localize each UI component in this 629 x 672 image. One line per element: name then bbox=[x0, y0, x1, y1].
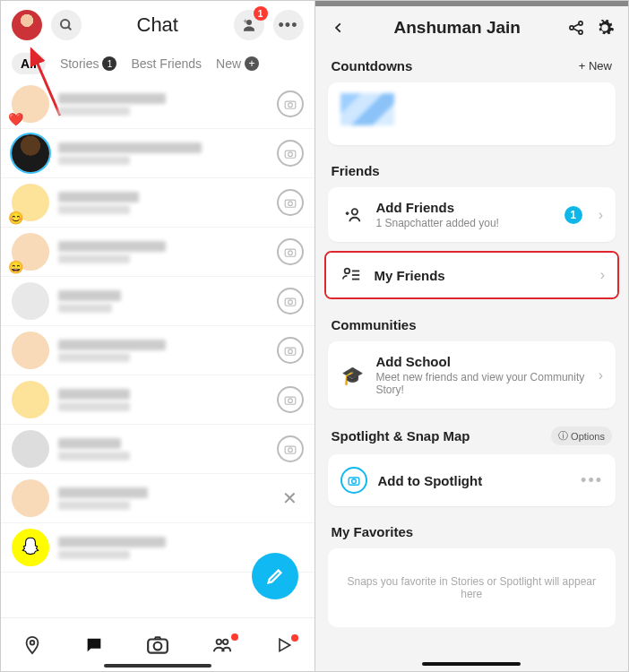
chat-row[interactable]: 😄 bbox=[1, 228, 314, 277]
more-icon[interactable]: ••• bbox=[581, 471, 603, 490]
chat-avatar: 😄 bbox=[12, 233, 49, 271]
nav-chat[interactable] bbox=[84, 635, 104, 655]
svg-line-1 bbox=[68, 27, 71, 30]
chat-icon bbox=[84, 635, 104, 655]
notification-dot bbox=[291, 634, 298, 642]
play-icon bbox=[275, 636, 293, 654]
profile-screen: Anshuman Jain Countdowns + New Friends bbox=[315, 1, 629, 671]
filter-stories[interactable]: Stories 1 bbox=[60, 56, 117, 71]
search-button[interactable] bbox=[51, 10, 82, 40]
snap-camera-button[interactable] bbox=[277, 288, 304, 314]
back-button[interactable] bbox=[328, 17, 349, 39]
my-friends-row[interactable]: My Friends › bbox=[326, 253, 618, 297]
nav-map[interactable] bbox=[22, 635, 42, 655]
chat-row[interactable]: ✕ bbox=[1, 474, 314, 523]
home-indicator bbox=[422, 662, 521, 666]
nav-spotlight[interactable] bbox=[275, 636, 293, 654]
favorites-empty-state: Snaps you favorite in Stories or Spotlig… bbox=[328, 548, 616, 627]
search-icon bbox=[59, 18, 73, 32]
filter-row: All Stories 1 Best Friends New + bbox=[1, 46, 314, 80]
page-title: Chat bbox=[90, 13, 225, 37]
new-countdown-button[interactable]: + New bbox=[579, 59, 612, 73]
svg-text:+: + bbox=[243, 17, 247, 26]
camera-icon bbox=[284, 148, 297, 159]
bottom-nav bbox=[1, 617, 314, 671]
more-button[interactable]: ••• bbox=[273, 10, 304, 40]
profile-header: Anshuman Jain bbox=[315, 6, 629, 49]
svg-point-17 bbox=[288, 349, 292, 354]
add-to-spotlight-row[interactable]: Add to Spotlight ••• bbox=[328, 454, 616, 506]
snapchat-ghost-icon bbox=[19, 536, 42, 559]
spotlight-options-button[interactable]: ⓘ Options bbox=[551, 426, 612, 445]
nav-camera[interactable] bbox=[146, 633, 169, 657]
chat-row[interactable] bbox=[1, 326, 314, 375]
friends-list-icon bbox=[339, 265, 364, 285]
dismiss-button[interactable]: ✕ bbox=[277, 485, 304, 512]
settings-button[interactable] bbox=[594, 17, 616, 39]
chat-screen: Chat + 1 ••• All Stories 1 Best Friends … bbox=[1, 1, 315, 671]
snap-camera-button[interactable] bbox=[277, 140, 304, 167]
chat-avatar bbox=[12, 282, 49, 320]
chat-avatar bbox=[12, 332, 49, 369]
svg-point-41 bbox=[351, 479, 356, 484]
team-snapchat-avatar bbox=[12, 529, 49, 566]
chevron-right-icon: › bbox=[600, 267, 605, 283]
svg-marker-27 bbox=[280, 639, 290, 650]
chat-row[interactable]: ❤️ bbox=[1, 80, 314, 129]
svg-point-13 bbox=[288, 251, 292, 255]
chat-row[interactable] bbox=[1, 277, 314, 326]
add-person-icon bbox=[340, 205, 366, 225]
svg-point-26 bbox=[223, 639, 228, 644]
map-pin-icon bbox=[22, 635, 42, 655]
filter-best-friends[interactable]: Best Friends bbox=[131, 56, 202, 71]
filter-new[interactable]: New + bbox=[216, 56, 259, 71]
chat-avatar-story[interactable] bbox=[12, 134, 49, 172]
compose-icon bbox=[265, 566, 285, 586]
home-indicator bbox=[104, 664, 211, 668]
chat-avatar bbox=[12, 479, 49, 517]
add-friends-row[interactable]: Add Friends 1 Snapchatter added you! 1 › bbox=[328, 187, 616, 242]
plus-icon: + bbox=[245, 56, 259, 71]
chat-row[interactable]: 😊 bbox=[1, 178, 314, 228]
svg-point-19 bbox=[288, 399, 292, 403]
communities-card: 🎓 Add School Meet new friends and view y… bbox=[328, 341, 616, 409]
filter-all[interactable]: All bbox=[12, 53, 46, 74]
countdown-card[interactable] bbox=[328, 82, 616, 145]
info-icon: ⓘ bbox=[558, 429, 568, 443]
chat-row[interactable] bbox=[1, 375, 314, 425]
friends-header: Friends bbox=[315, 154, 629, 184]
svg-point-21 bbox=[288, 448, 292, 452]
favorites-header: My Favorites bbox=[315, 515, 629, 545]
chevron-right-icon: › bbox=[599, 207, 603, 223]
chat-row[interactable] bbox=[1, 425, 314, 474]
add-friend-button[interactable]: + 1 bbox=[234, 10, 264, 40]
svg-point-11 bbox=[288, 202, 292, 206]
chat-avatar bbox=[12, 430, 49, 468]
add-friends-badge: 1 bbox=[564, 206, 582, 224]
profile-avatar-button[interactable] bbox=[12, 10, 42, 40]
snap-camera-button[interactable] bbox=[277, 435, 304, 462]
people-icon bbox=[211, 635, 233, 655]
share-button[interactable] bbox=[565, 17, 587, 39]
chevron-right-icon: › bbox=[599, 367, 603, 383]
add-school-row[interactable]: 🎓 Add School Meet new friends and view y… bbox=[328, 341, 616, 409]
svg-point-22 bbox=[30, 640, 34, 644]
spotlight-camera-icon bbox=[340, 467, 367, 494]
camera-icon bbox=[284, 296, 297, 306]
chat-row[interactable] bbox=[1, 129, 314, 178]
countdowns-header: Countdowns + New bbox=[315, 49, 629, 79]
compose-button[interactable] bbox=[252, 553, 298, 599]
more-icon: ••• bbox=[279, 16, 298, 35]
svg-point-0 bbox=[61, 20, 69, 28]
svg-point-25 bbox=[216, 639, 221, 644]
snap-camera-button[interactable] bbox=[277, 386, 304, 413]
snap-camera-button[interactable] bbox=[277, 337, 304, 364]
chat-list: ❤️ 😊 😄 bbox=[1, 80, 314, 573]
snap-camera-button[interactable] bbox=[277, 90, 304, 117]
snap-camera-button[interactable] bbox=[277, 238, 304, 265]
chat-header: Chat + 1 ••• bbox=[1, 1, 314, 46]
camera-icon bbox=[284, 246, 297, 257]
nav-stories[interactable] bbox=[211, 635, 233, 655]
camera-icon bbox=[284, 345, 297, 356]
snap-camera-button[interactable] bbox=[277, 189, 304, 216]
